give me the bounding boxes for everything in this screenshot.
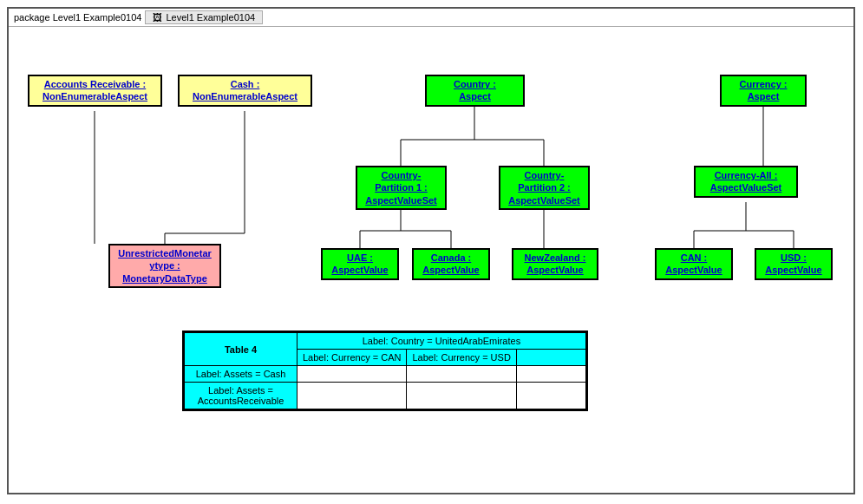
node-accounts-receivable: Accounts Receivable : NonEnumerableAspec…	[28, 75, 162, 107]
usd-link[interactable]: USD :AspectValue	[765, 252, 821, 275]
row1-col1	[297, 366, 407, 383]
table4-container: Table 4 Label: Country = UnitedArabEmira…	[182, 331, 588, 411]
row2-col1	[297, 383, 407, 409]
can-link[interactable]: CAN :AspectValue	[665, 252, 722, 275]
col-header-currency-can: Label: Currency = CAN	[297, 350, 407, 366]
node-unrestricted-monetary: UnrestrictedMonetarytype :MonetaryDataTy…	[108, 244, 221, 288]
window-title: package Level1 Example0104	[14, 12, 141, 23]
uae-link[interactable]: UAE :AspectValue	[331, 252, 388, 275]
table-title: Table 4	[185, 333, 297, 366]
node-country-aspect: Country :Aspect	[425, 75, 525, 107]
country-partition1-link[interactable]: Country-Partition 1 :AspectValueSet	[365, 170, 437, 206]
cash-link[interactable]: Cash :NonEnumerableAspect	[193, 79, 297, 101]
col-header-empty	[516, 350, 585, 366]
row1-label: Label: Assets = Cash	[185, 366, 297, 383]
row2-label: Label: Assets = AccountsReceivable	[185, 383, 297, 409]
tab-label: Level1 Example0104	[166, 12, 255, 23]
canada-link[interactable]: Canada :AspectValue	[422, 252, 479, 275]
node-usd: USD :AspectValue	[755, 248, 833, 280]
node-uae: UAE :AspectValue	[321, 248, 399, 280]
col-header-currency-usd: Label: Currency = USD	[407, 350, 516, 366]
node-can: CAN :AspectValue	[655, 248, 733, 280]
node-currency-aspect: Currency : Aspect	[720, 75, 807, 107]
country-aspect-link[interactable]: Country :Aspect	[454, 79, 496, 101]
node-currency-all: Currency-All :AspectValueSet	[694, 166, 798, 198]
row2-col3	[516, 383, 585, 409]
row1-col2	[407, 366, 516, 383]
table4: Table 4 Label: Country = UnitedArabEmira…	[184, 332, 586, 409]
title-bar: package Level1 Example0104 🖼 Level1 Exam…	[9, 9, 853, 27]
currency-all-link[interactable]: Currency-All :AspectValueSet	[710, 170, 782, 193]
main-window: package Level1 Example0104 🖼 Level1 Exam…	[7, 7, 855, 494]
node-country-partition1: Country-Partition 1 :AspectValueSet	[356, 166, 447, 210]
accounts-receivable-link[interactable]: Accounts Receivable : NonEnumerableAspec…	[42, 79, 147, 101]
diagram-area: Accounts Receivable : NonEnumerableAspec…	[9, 27, 853, 487]
col-header-country: Label: Country = UnitedArabEmirates	[297, 333, 586, 350]
row2-col2	[407, 383, 516, 409]
row1-col3	[516, 366, 585, 383]
country-partition2-link[interactable]: Country-Partition 2 :AspectValueSet	[508, 170, 580, 206]
tab-item[interactable]: 🖼 Level1 Example0104	[145, 10, 263, 24]
node-cash: Cash :NonEnumerableAspect	[178, 75, 312, 107]
unrestricted-link[interactable]: UnrestrictedMonetarytype :MonetaryDataTy…	[118, 248, 212, 284]
currency-aspect-link[interactable]: Currency : Aspect	[739, 79, 787, 101]
node-canada: Canada :AspectValue	[412, 248, 490, 280]
diagram-icon: 🖼	[153, 12, 162, 23]
newzealand-link[interactable]: NewZealand :AspectValue	[525, 252, 586, 275]
node-newzealand: NewZealand :AspectValue	[512, 248, 598, 280]
node-country-partition2: Country-Partition 2 :AspectValueSet	[499, 166, 590, 210]
